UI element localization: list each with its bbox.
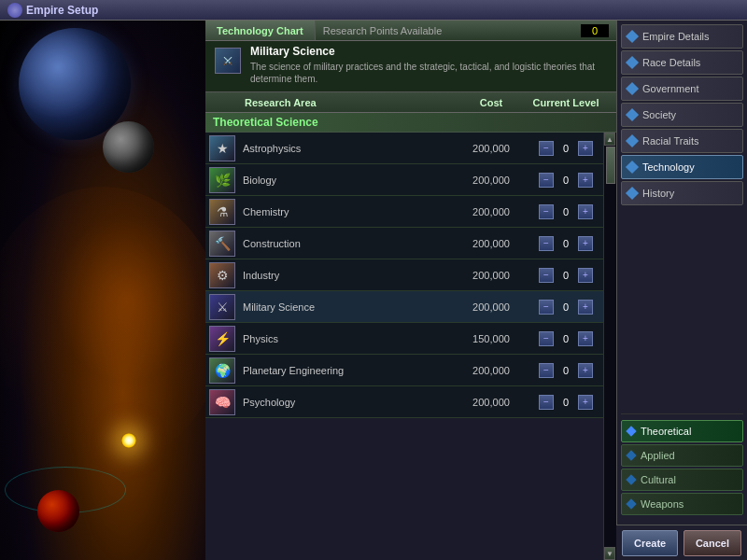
tech-name: Psychology — [239, 397, 454, 408]
tech-cost: 200,000 — [454, 143, 529, 154]
table-row[interactable]: ⚡ Physics 150,000 − 0 + — [205, 323, 603, 355]
tech-icon-co: 🔨 — [205, 228, 239, 259]
increase-button[interactable]: + — [578, 331, 593, 346]
decrease-button[interactable]: − — [539, 141, 554, 156]
decrease-button[interactable]: − — [539, 395, 554, 410]
increase-button[interactable]: + — [578, 268, 593, 283]
increase-button[interactable]: + — [578, 204, 593, 219]
table-row[interactable]: ⚗ Chemistry 200,000 − 0 + — [205, 196, 603, 228]
tech-icon-img: ⚡ — [209, 326, 235, 352]
tech-level-value: 0 — [557, 365, 575, 376]
table-rows-container: ★ Astrophysics 200,000 − 0 + 🌿 Biology 2… — [205, 133, 616, 560]
decrease-button[interactable]: − — [539, 363, 554, 378]
title-bar: Empire Setup — [0, 0, 747, 21]
sidebar-diamond — [626, 187, 639, 200]
tech-name: Biology — [239, 175, 454, 186]
tech-cost: 150,000 — [454, 333, 529, 344]
section-label: Theoretical Science — [205, 113, 616, 133]
tech-controls: − 0 + — [529, 141, 603, 156]
category-diamond — [626, 450, 636, 460]
right-sidebar: Empire Details Race Details Government S… — [616, 21, 747, 560]
bottom-bar: Create Cancel — [616, 525, 747, 560]
category-buttons-section: Theoretical Applied Cultural Weapons — [621, 420, 743, 515]
sidebar-item-race-details[interactable]: Race Details — [621, 50, 743, 75]
nebula — [0, 187, 205, 467]
tech-cost: 200,000 — [454, 270, 529, 281]
increase-button[interactable]: + — [578, 395, 593, 410]
table-row[interactable]: 🌍 Planetary Engineering 200,000 − 0 + — [205, 355, 603, 386]
planet-red — [37, 490, 79, 532]
tech-controls: − 0 + — [529, 268, 603, 283]
tech-name: Industry — [239, 270, 454, 281]
scroll-down-button[interactable]: ▼ — [604, 547, 615, 560]
category-diamond — [626, 474, 636, 484]
category-applied[interactable]: Applied — [621, 444, 743, 467]
tech-controls: − 0 + — [529, 331, 603, 346]
create-button[interactable]: Create — [622, 530, 678, 556]
category-label: Cultural — [641, 474, 676, 485]
sidebar-item-technology[interactable]: Technology — [621, 155, 743, 179]
tech-cost: 200,000 — [454, 206, 529, 217]
planet-moon — [103, 121, 154, 173]
tech-icon-ch: ⚗ — [205, 196, 239, 228]
tech-level-value: 0 — [557, 397, 575, 408]
tech-controls: − 0 + — [529, 236, 603, 251]
scroll-up-button[interactable]: ▲ — [604, 133, 615, 146]
table-row[interactable]: ⚙ Industry 200,000 − 0 + — [205, 259, 603, 291]
sidebar-divider — [621, 413, 743, 414]
decrease-button[interactable]: − — [539, 236, 554, 251]
increase-button[interactable]: + — [578, 300, 593, 315]
decrease-button[interactable]: − — [539, 173, 554, 188]
category-weapons[interactable]: Weapons — [621, 493, 743, 515]
nav-buttons-section: Empire Details Race Details Government S… — [621, 24, 743, 408]
sidebar-diamond — [626, 30, 639, 43]
sidebar-item-label: Racial Traits — [642, 135, 737, 147]
sidebar-item-history[interactable]: History — [621, 181, 743, 205]
tech-rows-list: ★ Astrophysics 200,000 − 0 + 🌿 Biology 2… — [205, 133, 603, 560]
increase-button[interactable]: + — [578, 236, 593, 251]
increase-button[interactable]: + — [578, 363, 593, 378]
category-label: Weapons — [641, 498, 684, 510]
table-row[interactable]: ⚔ Military Science 200,000 − 0 + — [205, 291, 603, 323]
table-row[interactable]: ★ Astrophysics 200,000 − 0 + — [205, 133, 603, 164]
space-background — [0, 0, 205, 560]
scroll-thumb[interactable] — [606, 147, 615, 184]
decrease-button[interactable]: − — [539, 204, 554, 219]
tech-cost: 200,000 — [454, 175, 529, 186]
th-research-area: Research Area — [239, 97, 454, 108]
tech-icon-img: ⚙ — [209, 262, 235, 288]
sidebar-item-label: Technology — [642, 161, 737, 173]
tech-icon-img: ★ — [209, 135, 235, 161]
table-header: Research Area Cost Current Level — [205, 92, 616, 113]
sidebar-item-society[interactable]: Society — [621, 103, 743, 127]
category-cultural[interactable]: Cultural — [621, 469, 743, 491]
tech-name: Astrophysics — [239, 143, 454, 154]
table-row[interactable]: 🧠 Psychology 200,000 − 0 + — [205, 386, 603, 418]
cancel-button[interactable]: Cancel — [684, 530, 741, 556]
tech-level-value: 0 — [557, 333, 575, 344]
decrease-button[interactable]: − — [539, 331, 554, 346]
tech-level-value: 0 — [557, 206, 575, 217]
scrollbar[interactable]: ▲ ▼ — [603, 133, 616, 560]
th-cost: Cost — [454, 97, 529, 108]
sidebar-diamond — [626, 161, 639, 174]
tech-cost: 200,000 — [454, 238, 529, 249]
sidebar-item-government[interactable]: Government — [621, 77, 743, 101]
rp-label: Research Points Available — [323, 25, 443, 36]
tech-level-value: 0 — [557, 143, 575, 154]
table-row[interactable]: 🌿 Biology 200,000 − 0 + — [205, 164, 603, 196]
increase-button[interactable]: + — [578, 173, 593, 188]
tech-chart-tab[interactable]: Technology Chart — [205, 21, 316, 40]
category-theoretical[interactable]: Theoretical — [621, 420, 743, 442]
tech-icon-in: ⚙ — [205, 259, 239, 291]
tech-icon-as: ★ — [205, 133, 239, 164]
table-row[interactable]: 🔨 Construction 200,000 − 0 + — [205, 228, 603, 259]
decrease-button[interactable]: − — [539, 268, 554, 283]
decrease-button[interactable]: − — [539, 300, 554, 315]
rp-value: 0 — [581, 24, 609, 37]
increase-button[interactable]: + — [578, 141, 593, 156]
tech-controls: − 0 + — [529, 204, 603, 219]
sidebar-item-racial-traits[interactable]: Racial Traits — [621, 129, 743, 153]
sidebar-item-empire-details[interactable]: Empire Details — [621, 24, 743, 49]
table-content-area: Theoretical Science ★ Astrophysics 200,0… — [205, 113, 616, 560]
